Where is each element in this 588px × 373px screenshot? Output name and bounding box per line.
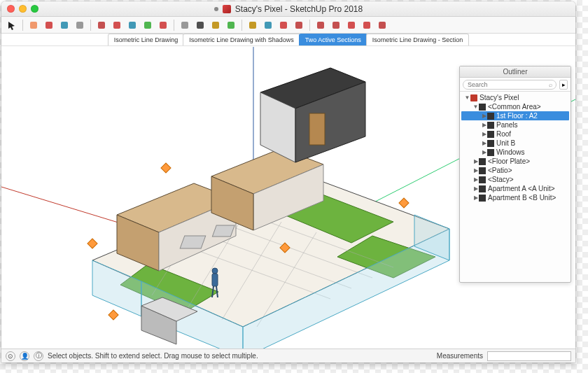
rotate-tool[interactable]	[126, 19, 139, 31]
eraser-tool[interactable]	[27, 19, 40, 31]
group-icon	[487, 113, 494, 120]
svg-rect-10	[197, 22, 204, 29]
expand-arrow-icon[interactable]: ▶	[472, 158, 479, 164]
outliner-options-button[interactable]: ▸	[559, 80, 568, 90]
scene-tab[interactable]: Isometric Line Drawing	[108, 34, 185, 45]
expand-arrow-icon[interactable]: ▶	[472, 195, 479, 201]
group-icon	[487, 149, 494, 156]
measurements-input[interactable]	[487, 351, 571, 361]
svg-rect-46	[309, 113, 325, 145]
status-hint: Select objects. Shift to extend select. …	[48, 352, 258, 360]
tree-node[interactable]: ▶Windows	[461, 148, 569, 157]
svg-rect-57	[212, 274, 218, 286]
geolocation-icon[interactable]: ⊙	[6, 351, 15, 361]
paint-bucket-tool[interactable]	[209, 19, 222, 31]
expand-arrow-icon[interactable]: ▶	[472, 185, 479, 192]
svg-rect-2	[61, 22, 68, 29]
model-icon	[470, 94, 477, 101]
group-icon	[479, 195, 486, 202]
group-icon	[479, 104, 486, 111]
svg-rect-61	[212, 225, 234, 237]
expand-arrow-icon[interactable]: ▶	[481, 140, 487, 146]
zoom-tool[interactable]	[262, 19, 274, 31]
tree-node-label: 1st Floor : A2	[496, 112, 538, 120]
line-tool[interactable]	[43, 19, 55, 31]
svg-rect-16	[295, 22, 302, 29]
svg-rect-9	[181, 22, 188, 29]
shape-tool[interactable]	[74, 19, 86, 31]
toolbar-separator	[241, 20, 242, 31]
tree-node-label: Panels	[496, 121, 518, 129]
outliner-title[interactable]: Outliner	[460, 66, 570, 78]
expand-arrow-icon[interactable]: ▶	[481, 113, 487, 119]
group-icon	[487, 140, 494, 147]
push-pull-tool[interactable]	[95, 19, 108, 31]
svg-rect-15	[280, 22, 287, 29]
collapse-arrow-icon[interactable]: ▼	[464, 94, 470, 101]
tree-node[interactable]: ▶1st Floor : A2	[461, 111, 569, 120]
measurements-label: Measurements	[437, 352, 483, 360]
tree-node[interactable]: ▶Unit B	[461, 139, 569, 148]
expand-arrow-icon[interactable]: ▶	[481, 149, 487, 155]
expand-arrow-icon[interactable]: ▶	[481, 131, 487, 137]
tree-node[interactable]: ▶<Stacy>	[461, 175, 569, 184]
svg-rect-6	[129, 22, 136, 29]
status-bar: ⊙ 👤 ⓘ Select objects. Shift to extend se…	[1, 349, 575, 363]
svg-rect-1	[46, 22, 52, 29]
warehouse-tool[interactable]	[330, 19, 342, 31]
group-icon	[479, 176, 486, 183]
extension-tool[interactable]	[345, 19, 358, 31]
walk-tool[interactable]	[314, 19, 327, 31]
credits-icon[interactable]: 👤	[20, 351, 29, 361]
scene-tab[interactable]: Isometric Line Drawing - Section	[366, 34, 470, 45]
section-tool[interactable]	[293, 19, 305, 31]
svg-rect-17	[317, 22, 324, 29]
group-icon	[479, 158, 486, 165]
tree-node-label: <Floor Plate>	[488, 157, 530, 165]
search-icon: ⌕	[549, 81, 552, 88]
tree-node[interactable]: ▶<Floor Plate>	[461, 157, 569, 166]
svg-rect-12	[227, 22, 234, 29]
move-tool[interactable]	[111, 19, 123, 31]
text-tool[interactable]	[194, 19, 206, 31]
expand-arrow-icon[interactable]: ▶	[481, 122, 487, 128]
expand-arrow-icon[interactable]: ▶	[472, 176, 479, 183]
group-icon	[479, 185, 486, 192]
scale-tool[interactable]	[141, 19, 154, 31]
tree-node[interactable]: ▶Apartment A <A Unit>	[461, 184, 569, 193]
svg-rect-19	[348, 22, 355, 29]
tree-node[interactable]: ▶Panels	[461, 120, 569, 129]
zoom-extents-tool[interactable]	[277, 19, 290, 31]
window-title-text: Stacy's Pixel - SketchUp Pro 2018	[235, 4, 363, 14]
document-icon	[223, 5, 231, 13]
send-tool[interactable]	[376, 19, 388, 31]
layers-tool[interactable]	[360, 19, 373, 31]
offset-tool[interactable]	[157, 19, 169, 31]
tree-node[interactable]: ▶Roof	[461, 129, 569, 139]
svg-rect-0	[30, 22, 37, 29]
info-icon[interactable]: ⓘ	[34, 351, 43, 361]
content-area: Outliner ⌕ ▸ ▼Stacy's Pixel▼<Common Area…	[1, 46, 575, 349]
tape-measure-tool[interactable]	[178, 19, 191, 31]
tree-node[interactable]: ▶Apartment B <B Unit>	[461, 193, 569, 202]
scene-tab[interactable]: Two Active Sections	[299, 34, 368, 45]
svg-rect-21	[379, 22, 386, 29]
tree-node-label: Stacy's Pixel	[479, 94, 519, 101]
orbit-tool[interactable]	[225, 19, 237, 31]
model-viewport[interactable]: Outliner ⌕ ▸ ▼Stacy's Pixel▼<Common Area…	[1, 46, 575, 349]
app-window: Stacy's Pixel - SketchUp Pro 2018 Isomet…	[1, 1, 575, 363]
outliner-tree: ▼Stacy's Pixel▼<Common Area>▶1st Floor :…	[460, 92, 570, 282]
tree-node[interactable]: ▼<Common Area>	[461, 102, 569, 111]
arc-tool[interactable]	[58, 19, 71, 31]
scene-tab[interactable]: Isometric Line Drawing with Shadows	[183, 34, 300, 45]
collapse-arrow-icon[interactable]: ▼	[472, 104, 479, 110]
pan-tool[interactable]	[246, 19, 259, 31]
tree-node[interactable]: ▼Stacy's Pixel	[461, 93, 569, 102]
select-arrow-tool[interactable]	[6, 19, 18, 31]
scene-tabs: Isometric Line DrawingIsometric Line Dra…	[1, 34, 575, 46]
outliner-search-input[interactable]	[463, 80, 556, 90]
expand-arrow-icon[interactable]: ▶	[472, 167, 479, 174]
tree-node[interactable]: ▶<Patio>	[461, 166, 569, 175]
tree-node-label: Windows	[496, 148, 525, 156]
group-icon	[479, 167, 486, 174]
